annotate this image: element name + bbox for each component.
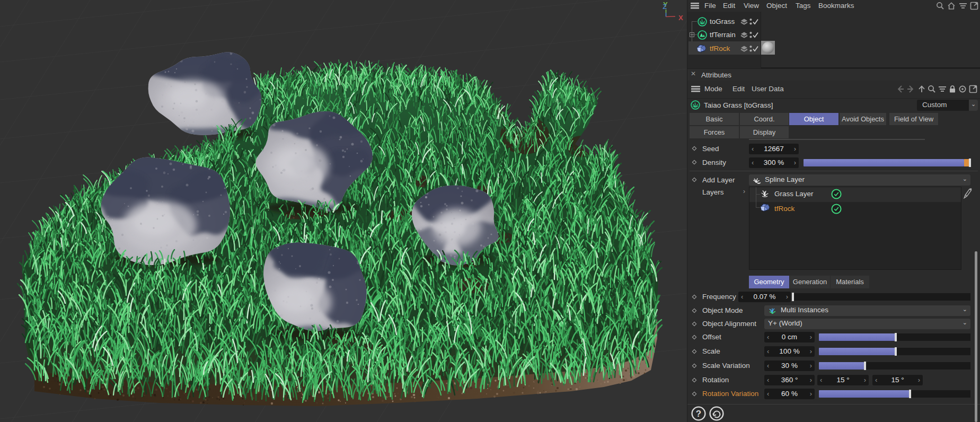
svg-text:X: X [678, 14, 683, 22]
svg-text:?: ? [696, 409, 701, 419]
svg-text:Z: Z [663, 3, 667, 11]
